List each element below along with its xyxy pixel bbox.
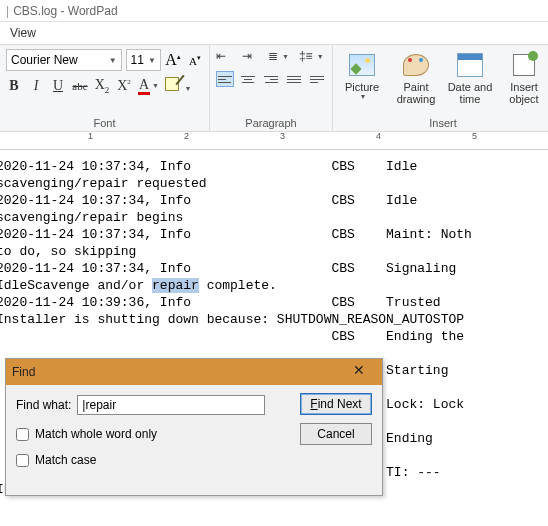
insert-picture-button[interactable]: Picture ▼ xyxy=(339,51,385,105)
paragraph-dialog-button[interactable] xyxy=(308,71,326,87)
font-color-button[interactable]: A ▼ xyxy=(138,77,159,95)
object-icon xyxy=(513,54,535,76)
shrink-font-button[interactable]: A▾ xyxy=(187,54,203,67)
find-dialog: Find ✕ Find what: Find Next Cancel Match… xyxy=(5,358,383,496)
justify-button[interactable] xyxy=(285,71,303,87)
search-highlight: repair xyxy=(152,278,199,293)
picture-icon xyxy=(349,54,375,76)
text-line: 2020-11-24 10:37:34, Info CBS Maint: Not… xyxy=(0,227,472,242)
group-label-insert: Insert xyxy=(333,117,548,129)
underline-button[interactable]: U xyxy=(50,78,66,94)
text-line: 2020-11-24 10:37:34, Info CBS Signaling xyxy=(0,261,456,276)
chevron-down-icon: ▼ xyxy=(184,85,191,93)
font-size-combo[interactable]: 11 ▼ xyxy=(126,49,161,71)
text-line: 2020-11-24 10:37:34, Info CBS Idle xyxy=(0,159,417,174)
highlighter-icon xyxy=(165,77,179,91)
find-next-button[interactable]: Find Next xyxy=(300,393,372,415)
chevron-down-icon: ▼ xyxy=(360,93,367,100)
text-line: CBS Ending the xyxy=(0,329,464,344)
window-title: CBS.log - WordPad xyxy=(13,4,118,18)
chevron-down-icon: ▼ xyxy=(152,82,159,90)
find-what-input[interactable] xyxy=(77,395,265,415)
menu-view[interactable]: View xyxy=(10,26,36,40)
close-icon: ✕ xyxy=(353,362,365,378)
close-button[interactable]: ✕ xyxy=(342,362,376,382)
text-line: Installer is shutting down because: SHUT… xyxy=(0,312,464,327)
menubar: View xyxy=(0,22,548,44)
find-what-label: Find what: xyxy=(16,398,71,412)
strikethrough-button[interactable]: abc xyxy=(72,80,88,92)
text-line: IdleScavenge and/or repair complete. xyxy=(0,278,277,293)
chevron-down-icon: ▼ xyxy=(109,56,117,65)
group-label-paragraph: Paragraph xyxy=(210,117,332,129)
increase-indent-button[interactable]: ⇥ xyxy=(242,49,258,63)
ruler[interactable]: 1 2 3 4 5 xyxy=(0,132,548,150)
insert-paint-button[interactable]: Paint drawing xyxy=(393,51,439,105)
calendar-icon xyxy=(457,53,483,77)
font-family-combo[interactable]: Courier New ▼ xyxy=(6,49,122,71)
group-label-font: Font xyxy=(0,117,209,129)
find-dialog-title: Find xyxy=(12,365,35,379)
decrease-indent-button[interactable]: ⇤ xyxy=(216,49,232,63)
bullets-button[interactable]: ≣▼ xyxy=(268,49,289,63)
window-titlebar: | CBS.log - WordPad xyxy=(0,0,548,22)
font-family-value: Courier New xyxy=(11,53,78,67)
italic-button[interactable]: I xyxy=(28,78,44,94)
grow-font-button[interactable]: A▴ xyxy=(165,51,181,69)
text-line: 2020-11-24 10:37:34, Info CBS Idle xyxy=(0,193,417,208)
align-left-button[interactable] xyxy=(216,71,234,87)
ribbon: Courier New ▼ 11 ▼ A▴ A▾ B I U abc X2 X2 xyxy=(0,44,548,132)
insert-object-button[interactable]: Insert object xyxy=(501,51,547,105)
group-paragraph: ⇤ ⇥ ≣▼ ‡≡▼ Paragraph xyxy=(210,45,333,131)
font-size-value: 11 xyxy=(131,53,144,67)
align-right-button[interactable] xyxy=(262,71,280,87)
match-case-checkbox[interactable]: Match case xyxy=(16,453,372,467)
line-spacing-button[interactable]: ‡≡▼ xyxy=(299,49,324,63)
chevron-down-icon: ▼ xyxy=(148,56,156,65)
palette-icon xyxy=(403,54,429,76)
subscript-button[interactable]: X2 xyxy=(94,77,110,95)
superscript-button[interactable]: X2 xyxy=(116,78,132,94)
text-line: scavenging/repair begins xyxy=(0,210,183,225)
highlight-button[interactable]: ▼ xyxy=(165,77,191,95)
text-line: scavenging/repair requested xyxy=(0,176,207,191)
match-whole-word-input[interactable] xyxy=(16,428,29,441)
align-center-button[interactable] xyxy=(239,71,257,87)
cancel-button[interactable]: Cancel xyxy=(300,423,372,445)
group-font: Courier New ▼ 11 ▼ A▴ A▾ B I U abc X2 X2 xyxy=(0,45,210,131)
find-dialog-titlebar[interactable]: Find ✕ xyxy=(6,359,382,385)
group-insert: Picture ▼ Paint drawing Date and time In… xyxy=(333,45,548,131)
bold-button[interactable]: B xyxy=(6,78,22,94)
text-line: 2020-11-24 10:39:36, Info CBS Trusted xyxy=(0,295,441,310)
insert-datetime-button[interactable]: Date and time xyxy=(447,51,493,105)
match-case-input[interactable] xyxy=(16,454,29,467)
text-line: to do, so skipping xyxy=(0,244,136,259)
